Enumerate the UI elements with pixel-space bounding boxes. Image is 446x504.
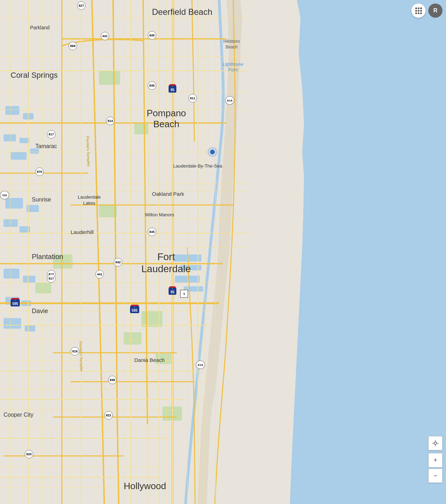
svg-rect-26 bbox=[99, 205, 117, 217]
shield-i95-north: 95 I bbox=[169, 84, 176, 94]
shield-845-mid: 845 bbox=[148, 81, 156, 90]
svg-rect-9 bbox=[11, 152, 27, 160]
shield-848: 848 bbox=[108, 376, 117, 384]
svg-rect-29 bbox=[35, 283, 51, 293]
shield-820: 820 bbox=[25, 450, 33, 458]
shield-817: 817 bbox=[47, 130, 55, 139]
svg-rect-19 bbox=[4, 318, 21, 329]
shield-i95-mid: 95 I bbox=[169, 286, 176, 296]
zoom-out-button[interactable]: − bbox=[428, 469, 442, 483]
shield-827: 827 bbox=[77, 1, 86, 10]
svg-rect-27 bbox=[134, 124, 148, 134]
shield-817-south: 817 bbox=[47, 274, 55, 283]
shield-842: 842 bbox=[114, 258, 122, 266]
svg-rect-5 bbox=[5, 106, 19, 115]
svg-text:95: 95 bbox=[170, 88, 175, 92]
shield-818: 818 bbox=[71, 347, 79, 356]
location-button[interactable] bbox=[428, 436, 442, 450]
shield-a1a-north: A1A bbox=[225, 96, 234, 105]
svg-rect-31 bbox=[124, 332, 141, 345]
shield-316: 316 bbox=[0, 191, 9, 199]
bottom-controls: + − bbox=[428, 436, 442, 483]
svg-rect-11 bbox=[5, 198, 23, 209]
svg-text:95: 95 bbox=[170, 290, 175, 294]
svg-rect-7 bbox=[4, 134, 16, 141]
user-avatar[interactable]: R bbox=[428, 4, 442, 18]
shield-i595-west: 595 I bbox=[11, 298, 20, 308]
shield-814: 814 bbox=[106, 117, 115, 125]
svg-rect-20 bbox=[25, 325, 35, 332]
shield-822: 822 bbox=[104, 411, 113, 420]
svg-text:595: 595 bbox=[12, 302, 18, 306]
svg-rect-25 bbox=[99, 71, 120, 85]
shield-a1a-south: A1A bbox=[196, 361, 205, 369]
map-svg bbox=[0, 0, 446, 504]
location-icon bbox=[432, 440, 439, 447]
grid-icon bbox=[415, 7, 422, 14]
zoom-in-button[interactable]: + bbox=[428, 453, 442, 467]
shield-845-south: 845 bbox=[148, 228, 156, 236]
svg-text:595: 595 bbox=[132, 309, 138, 312]
shield-845-north: 845 bbox=[148, 31, 156, 40]
top-controls: R bbox=[411, 4, 442, 18]
shield-us1: 1 bbox=[180, 290, 188, 298]
shield-869: 869 bbox=[69, 42, 77, 50]
svg-rect-8 bbox=[19, 138, 29, 143]
svg-rect-10 bbox=[30, 148, 39, 154]
map-container[interactable]: Deerfield Beach Parkland Coral Springs H… bbox=[0, 0, 446, 504]
svg-rect-15 bbox=[4, 269, 19, 279]
shield-441-mid: 441 bbox=[95, 270, 104, 279]
svg-rect-16 bbox=[23, 276, 35, 283]
shield-870: 870 bbox=[35, 168, 44, 176]
svg-rect-28 bbox=[53, 254, 72, 269]
svg-rect-32 bbox=[155, 353, 171, 364]
svg-point-88 bbox=[207, 147, 217, 157]
shield-i595-east: 595 I bbox=[130, 305, 139, 315]
grid-button[interactable] bbox=[411, 4, 426, 18]
shield-441-north: 441 bbox=[101, 32, 109, 40]
svg-point-105 bbox=[434, 442, 437, 445]
shield-811: 811 bbox=[188, 94, 197, 102]
